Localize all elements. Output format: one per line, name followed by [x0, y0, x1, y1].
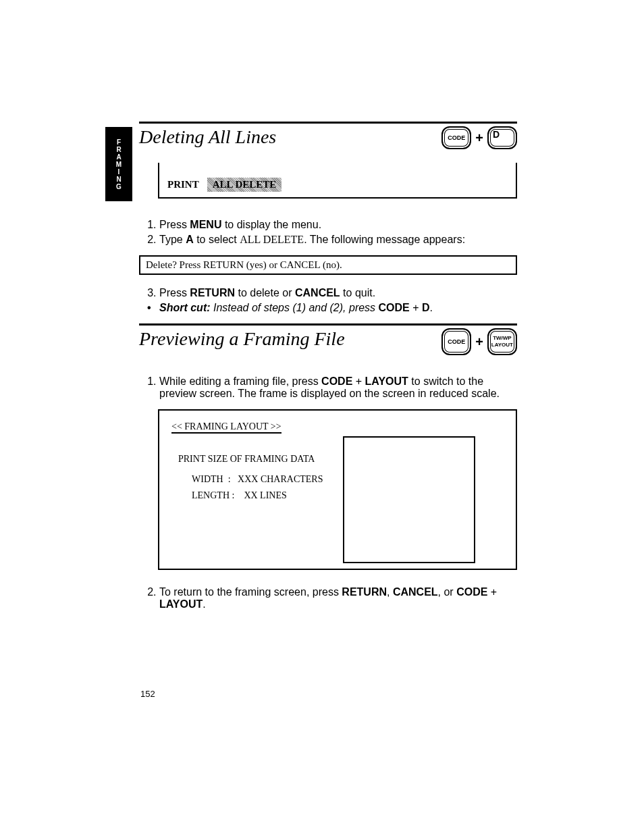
- section2-steps: While editing a framing file, press CODE…: [139, 375, 517, 400]
- layout-title: << FRAMING LAYOUT >>: [171, 421, 281, 434]
- section-tab: FRAMING: [105, 127, 132, 201]
- sec2-step-1: While editing a framing file, press CODE…: [159, 375, 517, 400]
- menu-item-all-delete: ALL DELETE: [207, 178, 282, 192]
- section-tab-label: FRAMING: [115, 138, 123, 190]
- section2-keycombo: CODE + TW/WP LAYOUT: [441, 328, 517, 355]
- menu-line: PRINT ALL DELETE: [167, 178, 508, 192]
- manual-page: FRAMING Deleting All Lines CODE + D PRIN…: [0, 0, 644, 834]
- section1-steps-cont: Press RETURN to delete or CANCEL to quit…: [139, 287, 517, 314]
- shortcut-line: Short cut: Instead of steps (1) and (2),…: [147, 302, 517, 314]
- step-3: Press RETURN to delete or CANCEL to quit…: [159, 287, 517, 299]
- menu-strip: PRINT ALL DELETE: [158, 163, 517, 199]
- print-label: PRINT: [167, 179, 199, 190]
- plus-icon: +: [474, 130, 485, 146]
- section2-title: Previewing a Framing File: [139, 328, 345, 350]
- sec2-step-2: To return to the framing screen, press R…: [159, 586, 517, 610]
- key-layout: TW/WP LAYOUT: [487, 328, 517, 355]
- key-d: D: [487, 126, 517, 149]
- layout-screen: << FRAMING LAYOUT >> PRINT SIZE OF FRAMI…: [158, 409, 517, 570]
- key-code-2: CODE: [441, 328, 471, 355]
- prompt-box: Delete? Press RETURN (yes) or CANCEL (no…: [139, 255, 517, 275]
- page-content: Deleting All Lines CODE + D PRINT ALL DE…: [139, 122, 517, 620]
- step-2: Type A to select ALL DELETE. The followi…: [159, 234, 517, 246]
- step-1: Press MENU to display the menu.: [159, 219, 517, 231]
- prompt-text: Delete? Press RETURN (yes) or CANCEL (no…: [146, 259, 342, 270]
- preview-rectangle: [343, 436, 475, 563]
- section1-title: Deleting All Lines: [139, 126, 276, 148]
- key-code: CODE: [441, 126, 471, 149]
- page-number: 152: [140, 689, 155, 699]
- section1-header: Deleting All Lines CODE + D: [139, 122, 517, 149]
- section1-steps: Press MENU to display the menu. Type A t…: [139, 219, 517, 246]
- section2-steps-cont: To return to the framing screen, press R…: [139, 586, 517, 610]
- section2-header: Previewing a Framing File CODE + TW/WP L…: [139, 323, 517, 355]
- section1-keycombo: CODE + D: [441, 126, 517, 149]
- plus-icon-2: +: [474, 334, 485, 350]
